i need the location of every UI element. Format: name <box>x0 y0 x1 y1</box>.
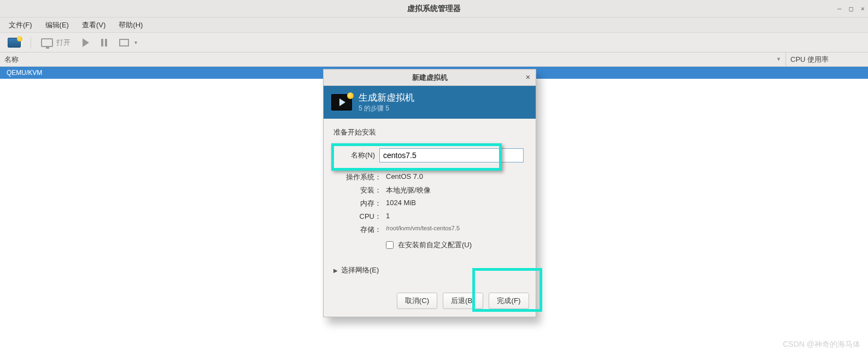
dialog-title: 新建虚拟机 <box>412 73 448 83</box>
install-value: 本地光驱/映像 <box>386 185 431 195</box>
cancel-button[interactable]: 取消(C) <box>397 293 437 309</box>
back-button[interactable]: 后退(B) <box>443 293 483 309</box>
network-expander[interactable]: ▶ 选择网络(E) <box>333 265 526 275</box>
storage-value: /root/kvm/vm/test-centos7.5 <box>386 225 460 235</box>
cpu-label: CPU： <box>339 212 382 222</box>
window-title: 虚拟系统管理器 <box>407 4 461 14</box>
network-expander-label: 选择网络(E) <box>341 265 379 275</box>
customize-checkbox[interactable] <box>386 241 394 249</box>
pause-button[interactable] <box>99 38 109 48</box>
name-label: 名称(N) <box>336 150 375 160</box>
customize-label: 在安装前自定义配置(U) <box>398 240 472 250</box>
hypervisor-label: QEMU/KVM <box>7 69 42 77</box>
dialog-step-label: 5 的步骤 5 <box>359 104 414 113</box>
dialog-titlebar: 新建虚拟机 × <box>324 69 536 86</box>
main-window-titlebar: 虚拟系统管理器 — □ × <box>0 0 868 18</box>
window-controls: — □ × <box>837 0 865 18</box>
storage-row: 存储： /root/kvm/vm/test-centos7.5 <box>339 225 526 235</box>
run-button[interactable] <box>80 37 91 48</box>
name-row: 名称(N) <box>333 145 526 166</box>
new-vm-button[interactable] <box>5 37 23 49</box>
play-icon <box>83 38 89 47</box>
chevron-down-icon: ▾ <box>134 39 137 45</box>
customize-row: 在安装前自定义配置(U) <box>386 240 526 250</box>
install-row: 安装： 本地光驱/映像 <box>339 185 526 195</box>
menubar: 文件(F) 编辑(E) 查看(V) 帮助(H) <box>0 18 868 33</box>
cpu-value: 1 <box>386 212 390 222</box>
dialog-button-row: 取消(C) 后退(B) 完成(F) <box>324 288 536 317</box>
open-button[interactable]: 打开 <box>39 37 73 49</box>
new-vm-icon <box>8 38 21 48</box>
menu-view[interactable]: 查看(V) <box>77 19 111 31</box>
menu-help[interactable]: 帮助(H) <box>113 19 148 31</box>
column-header-name[interactable]: 名称 ▼ <box>0 53 786 66</box>
expander-triangle-icon: ▶ <box>333 267 338 273</box>
memory-row: 内存： 1024 MiB <box>339 199 526 208</box>
memory-value: 1024 MiB <box>386 199 416 208</box>
cpu-row: CPU： 1 <box>339 212 526 222</box>
install-label: 安装： <box>339 185 382 195</box>
monitor-icon <box>41 38 53 47</box>
menu-edit[interactable]: 编辑(E) <box>40 19 74 31</box>
sort-indicator-icon: ▼ <box>776 56 781 62</box>
dialog-header-title: 生成新虚拟机 <box>359 91 414 104</box>
column-headers: 名称 ▼ CPU 使用率 <box>0 53 868 67</box>
stop-icon <box>119 39 129 46</box>
memory-label: 内存： <box>339 199 382 208</box>
storage-label: 存储： <box>339 225 382 235</box>
maximize-button[interactable]: □ <box>849 5 853 13</box>
watermark: CSDN @神奇的海马体 <box>783 340 860 350</box>
name-input[interactable] <box>379 148 524 162</box>
dialog-body: 准备开始安装 名称(N) 操作系统： CentOS 7.0 安装： 本地光驱/映… <box>324 119 536 288</box>
new-vm-dialog: 新建虚拟机 × 生成新虚拟机 5 的步骤 5 准备开始安装 名称(N) 操作系统… <box>323 69 536 317</box>
open-label: 打开 <box>56 38 71 48</box>
dialog-header: 生成新虚拟机 5 的步骤 5 <box>324 86 536 119</box>
shutdown-button[interactable]: ▾ <box>117 38 139 48</box>
column-header-cpu[interactable]: CPU 使用率 <box>786 53 868 66</box>
os-row: 操作系统： CentOS 7.0 <box>339 172 526 182</box>
minimize-button[interactable]: — <box>837 5 841 13</box>
dialog-header-icon <box>331 94 352 110</box>
os-label: 操作系统： <box>339 172 382 182</box>
os-value: CentOS 7.0 <box>386 172 423 182</box>
prepare-label: 准备开始安装 <box>333 127 526 137</box>
finish-button[interactable]: 完成(F) <box>489 293 529 309</box>
dialog-close-button[interactable]: × <box>526 73 530 82</box>
toolbar-separator <box>31 37 31 49</box>
menu-file[interactable]: 文件(F) <box>3 19 38 31</box>
close-button[interactable]: × <box>861 5 865 13</box>
toolbar: 打开 ▾ <box>0 33 868 53</box>
pause-icon <box>101 39 107 46</box>
